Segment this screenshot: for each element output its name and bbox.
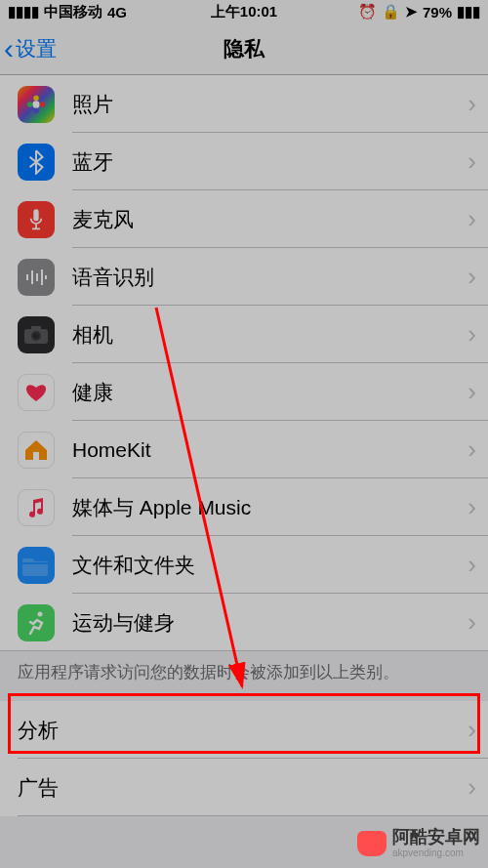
clock-label: 上午10:01 bbox=[211, 3, 277, 21]
chevron-right-icon: › bbox=[468, 146, 476, 177]
cell-label: 蓝牙 bbox=[72, 148, 468, 176]
waveform-icon bbox=[18, 259, 55, 296]
svg-point-4 bbox=[27, 102, 32, 107]
status-bar: ▮▮▮▮ 中国移动 4G 上午10:01 ⏰ 🔒 ➤ 79% ▮▮▮ bbox=[0, 0, 488, 23]
camera-icon bbox=[18, 316, 55, 353]
cell-homekit[interactable]: HomeKit › bbox=[0, 421, 488, 478]
battery-label: 79% bbox=[423, 4, 452, 21]
folder-icon bbox=[18, 547, 55, 584]
chevron-right-icon: › bbox=[468, 772, 476, 803]
settings-list[interactable]: 照片 › 蓝牙 › 麦克风 › 语音识别 › bbox=[0, 75, 488, 816]
cell-camera[interactable]: 相机 › bbox=[0, 306, 488, 363]
svg-rect-16 bbox=[22, 562, 50, 564]
watermark-logo-icon bbox=[357, 831, 386, 856]
cell-label: 运动与健身 bbox=[72, 609, 468, 637]
cell-media-apple-music[interactable]: 媒体与 Apple Music › bbox=[0, 478, 488, 536]
cell-label: 分析 bbox=[18, 717, 468, 744]
chevron-right-icon: › bbox=[468, 262, 476, 292]
cell-label: 语音识别 bbox=[72, 264, 468, 291]
svg-rect-15 bbox=[33, 452, 39, 460]
chevron-right-icon: › bbox=[468, 607, 476, 638]
chevron-right-icon: › bbox=[468, 89, 476, 119]
cell-label: 媒体与 Apple Music bbox=[72, 494, 468, 521]
svg-point-17 bbox=[38, 611, 43, 616]
home-icon bbox=[18, 432, 55, 469]
cell-photos[interactable]: 照片 › bbox=[0, 75, 488, 133]
cell-label: 麦克风 bbox=[72, 206, 468, 233]
chevron-right-icon: › bbox=[468, 377, 476, 407]
chevron-right-icon: › bbox=[468, 204, 476, 234]
cell-files-folders[interactable]: 文件和文件夹 › bbox=[0, 536, 488, 594]
watermark-title: 阿酷安卓网 bbox=[392, 828, 480, 847]
chevron-right-icon: › bbox=[468, 715, 476, 745]
chevron-left-icon: ‹ bbox=[4, 34, 14, 63]
svg-point-14 bbox=[33, 333, 39, 339]
location-icon: ➤ bbox=[405, 3, 418, 21]
cell-advertising[interactable]: 广告 › bbox=[0, 759, 488, 816]
cell-label: 健康 bbox=[72, 379, 468, 406]
carrier-label: 中国移动 bbox=[44, 3, 102, 21]
cell-label: 照片 bbox=[72, 91, 468, 118]
back-label: 设置 bbox=[16, 35, 57, 62]
heart-icon bbox=[18, 374, 55, 411]
svg-point-0 bbox=[32, 101, 39, 107]
cell-microphone[interactable]: 麦克风 › bbox=[0, 190, 488, 248]
navigation-bar: ‹ 设置 隐私 bbox=[0, 23, 488, 75]
chevron-right-icon: › bbox=[468, 434, 476, 465]
lock-rotation-icon: 🔒 bbox=[382, 3, 400, 21]
photos-icon bbox=[18, 86, 55, 123]
svg-point-1 bbox=[33, 95, 39, 101]
cell-motion-fitness[interactable]: 运动与健身 › bbox=[0, 594, 488, 651]
alarm-icon: ⏰ bbox=[358, 3, 377, 21]
svg-point-3 bbox=[33, 107, 39, 113]
group-footer-note: 应用程序请求访问您的数据时会被添加到以上类别。 bbox=[0, 651, 488, 701]
cell-label: 文件和文件夹 bbox=[72, 552, 468, 579]
cell-label: 相机 bbox=[72, 321, 468, 349]
chevron-right-icon: › bbox=[468, 319, 476, 350]
cell-analytics[interactable]: 分析 › bbox=[0, 701, 488, 759]
svg-rect-12 bbox=[31, 326, 41, 331]
cell-label: 广告 bbox=[18, 774, 468, 802]
cell-speech-recognition[interactable]: 语音识别 › bbox=[0, 248, 488, 306]
watermark-url: akpvending.com bbox=[392, 847, 480, 858]
microphone-icon bbox=[18, 201, 55, 238]
cell-label: HomeKit bbox=[72, 438, 468, 462]
svg-rect-5 bbox=[33, 209, 38, 221]
music-note-icon bbox=[18, 489, 55, 526]
page-title: 隐私 bbox=[224, 35, 264, 62]
signal-icon: ▮▮▮▮ bbox=[8, 3, 39, 21]
watermark: 阿酷安卓网 akpvending.com bbox=[357, 828, 480, 858]
network-label: 4G bbox=[107, 4, 127, 21]
bluetooth-icon bbox=[18, 144, 55, 181]
chevron-right-icon: › bbox=[468, 492, 476, 522]
battery-icon: ▮▮▮ bbox=[457, 3, 480, 21]
cell-bluetooth[interactable]: 蓝牙 › bbox=[0, 133, 488, 190]
cell-health[interactable]: 健康 › bbox=[0, 363, 488, 421]
back-button[interactable]: ‹ 设置 bbox=[0, 34, 57, 63]
running-icon bbox=[18, 604, 55, 641]
svg-point-2 bbox=[40, 102, 45, 107]
chevron-right-icon: › bbox=[468, 550, 476, 580]
